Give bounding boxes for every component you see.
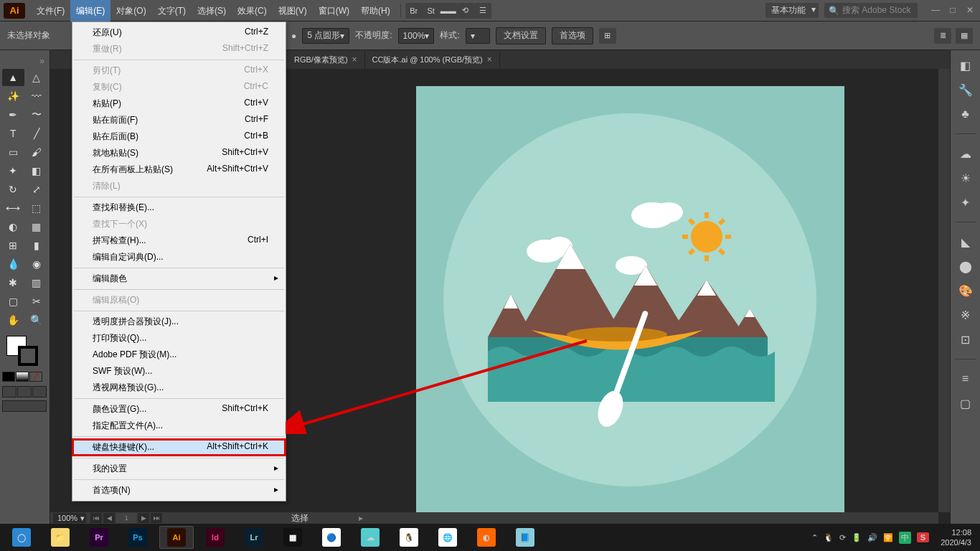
pen-tool[interactable]: ✒	[2, 106, 24, 123]
taskbar-app-8[interactable]: ▦	[275, 526, 310, 549]
lasso-tool[interactable]: 〰	[26, 88, 48, 105]
width-tool[interactable]: ⟷	[2, 199, 24, 217]
artboard[interactable]	[416, 86, 844, 514]
layers-panel-icon[interactable]: ≡	[958, 371, 974, 387]
menu-transparency-preset[interactable]: 透明度拼合器预设(J)...	[72, 314, 286, 330]
tray-network-icon[interactable]: 🛜	[883, 533, 893, 542]
menu-type[interactable]: 文字(T)	[152, 0, 192, 22]
cc-panel-icon[interactable]: ☁	[958, 146, 974, 161]
zoom-tool[interactable]: 🔍	[26, 311, 48, 329]
taskbar-explorer[interactable]: 📁	[43, 526, 77, 549]
column-graph-tool[interactable]: ▥	[26, 274, 48, 291]
align-icon[interactable]: ⊞	[599, 28, 616, 44]
properties-panel-icon[interactable]: ◧	[958, 57, 974, 73]
menu-find-replace[interactable]: 查找和替换(E)...	[72, 199, 286, 216]
taskbar-app-14[interactable]: 📘	[508, 526, 542, 549]
tab-2[interactable]: CC版本.ai @ 100% (RGB/预览)×	[365, 52, 500, 68]
preferences-button[interactable]: 首选项	[552, 27, 593, 44]
menu-select[interactable]: 选择(S)	[192, 0, 232, 22]
arrange-icon[interactable]: ▬▬	[440, 3, 457, 19]
menu-custom-dict[interactable]: 编辑自定词典(D)...	[72, 249, 286, 265]
eyedropper-tool[interactable]: 💧	[2, 255, 24, 273]
fill-stroke-swatch[interactable]	[2, 336, 47, 369]
draw-mode-buttons[interactable]	[2, 386, 47, 397]
menu-effect[interactable]: 效果(C)	[232, 0, 273, 22]
perspective-tool[interactable]: ▦	[26, 218, 48, 235]
zoom-select[interactable]: 100%▾	[53, 513, 86, 523]
taskbar-app-9[interactable]: 🔵	[314, 526, 349, 549]
taskbar-premiere[interactable]: Pr	[82, 526, 116, 549]
stroke-panel-icon[interactable]: ◣	[958, 234, 974, 250]
gpu-icon[interactable]: ⟲	[457, 3, 474, 19]
menu-undo[interactable]: 还原(U)Ctrl+Z	[72, 24, 286, 41]
paintbrush-tool[interactable]: 🖌	[26, 143, 48, 161]
menu-color-settings[interactable]: 颜色设置(G)...Shift+Ctrl+K	[72, 401, 286, 418]
menu-spell-check[interactable]: 拼写检查(H)...Ctrl+I	[72, 232, 286, 249]
tray-battery-icon[interactable]: 🔋	[852, 533, 862, 542]
menu-find-next[interactable]: 查找下一个(X)	[72, 216, 286, 232]
stroke-style-select[interactable]: 5 点圆形 ▾	[302, 28, 349, 44]
doc-setup-button[interactable]: 文档设置	[496, 27, 546, 44]
scale-tool[interactable]: ⤢	[26, 181, 48, 198]
blend-tool[interactable]: ◉	[26, 255, 48, 273]
maximize-button[interactable]: □	[946, 6, 959, 16]
menu-paste-back[interactable]: 贴在后面(B)Ctrl+B	[72, 128, 286, 145]
tray-volume-icon[interactable]: 🔊	[867, 533, 877, 542]
tray-sync-icon[interactable]: ⟳	[839, 533, 846, 542]
transparency-panel-icon[interactable]: ※	[958, 307, 974, 323]
close-button[interactable]: ✕	[963, 6, 976, 16]
tab-1[interactable]: RGB/像素预览)×	[287, 52, 365, 68]
minimize-button[interactable]: —	[929, 6, 942, 16]
taskbar-clock[interactable]: 12:08 2020/4/3	[941, 527, 971, 547]
appearance-panel-icon[interactable]: ⊡	[958, 331, 974, 347]
menu-paste-place[interactable]: 就地粘贴(S)Shift+Ctrl+V	[72, 145, 286, 161]
shaper-tool[interactable]: ✦	[2, 162, 24, 179]
stock-icon[interactable]: St	[423, 3, 440, 19]
tray-sogou-icon[interactable]: S	[917, 532, 929, 542]
free-transform-tool[interactable]: ⬚	[26, 199, 48, 217]
magic-wand-tool[interactable]: ✨	[2, 88, 24, 105]
selection-tool[interactable]: ▲	[2, 69, 24, 86]
menu-keyboard-shortcuts[interactable]: 键盘快捷键(K)...Alt+Shift+Ctrl+K	[72, 439, 286, 456]
libraries-panel-icon[interactable]: 🔧	[958, 82, 974, 98]
menu-preferences[interactable]: 首选项(N)▸	[72, 482, 286, 499]
menu-swf-preset[interactable]: SWF 预设(W)...	[72, 363, 286, 380]
workspace-selector[interactable]: 基本功能 ▾	[765, 3, 819, 18]
vertical-scrollbar[interactable]	[938, 69, 950, 512]
taskbar-app-1[interactable]: ◯	[4, 526, 39, 549]
menu-copy[interactable]: 复制(C)Ctrl+C	[72, 79, 286, 95]
curvature-tool[interactable]: 〜	[26, 106, 48, 123]
rectangle-tool[interactable]: ▭	[2, 143, 24, 161]
slice-tool[interactable]: ✂	[26, 293, 48, 310]
menu-cut[interactable]: 剪切(T)Ctrl+X	[72, 62, 286, 79]
menu-file[interactable]: 文件(F)	[31, 0, 70, 22]
menu-assign-profile[interactable]: 指定配置文件(A)...	[72, 418, 286, 434]
symbols-panel-icon[interactable]: ✦	[958, 194, 974, 210]
artboards-panel-icon[interactable]: ▢	[958, 395, 974, 411]
taskbar-app-10[interactable]: ☁	[353, 526, 387, 549]
color-mode-swatches[interactable]: ╱	[2, 372, 47, 382]
sync-icon[interactable]: ☰	[474, 3, 491, 19]
menu-pdf-preset[interactable]: Adobe PDF 预设(M)...	[72, 347, 286, 363]
menu-edit[interactable]: 编辑(E)	[70, 0, 110, 22]
taskbar-qq[interactable]: 🐧	[392, 526, 426, 549]
taskbar-indesign[interactable]: Id	[198, 526, 232, 549]
screen-mode-button[interactable]	[2, 400, 47, 412]
menu-clear[interactable]: 清除(L)	[72, 178, 286, 194]
type-tool[interactable]: T	[2, 125, 24, 142]
system-tray[interactable]: ⌃ 🐧 ⟳ 🔋 🔊 🛜 中 S 12:08 2020/4/3	[811, 527, 976, 547]
gradient-panel-icon[interactable]: 🎨	[958, 283, 974, 298]
shape-builder-tool[interactable]: ◐	[2, 218, 24, 235]
menu-edit-colors[interactable]: 编辑颜色▸	[72, 270, 286, 287]
direct-selection-tool[interactable]: △	[26, 69, 48, 86]
menu-view[interactable]: 视图(V)	[273, 0, 313, 22]
menu-print-preset[interactable]: 打印预设(Q)...	[72, 330, 286, 347]
taskbar-chrome[interactable]: 🌐	[430, 526, 465, 549]
line-tool[interactable]: ╱	[26, 125, 48, 142]
menu-edit-original[interactable]: 编辑原稿(O)	[72, 292, 286, 309]
tab-close-icon[interactable]: ×	[487, 55, 492, 65]
taskbar-app-13[interactable]: ◐	[469, 526, 504, 549]
tab-close-icon[interactable]: ×	[352, 55, 357, 65]
gradient-tool[interactable]: ▮	[26, 237, 48, 254]
rotate-tool[interactable]: ↻	[2, 181, 24, 198]
